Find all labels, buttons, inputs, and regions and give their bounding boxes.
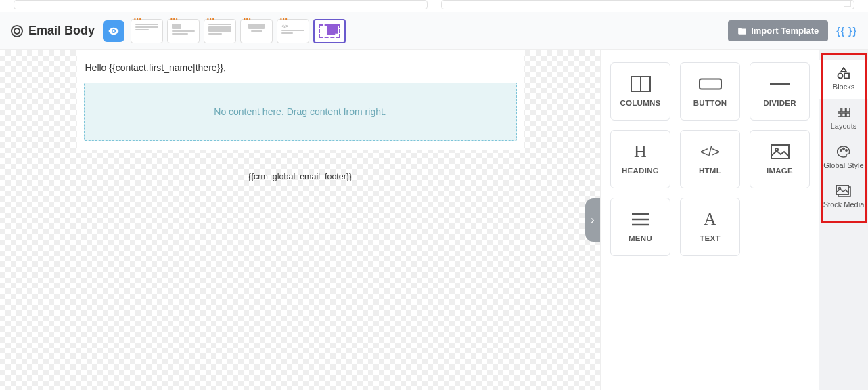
block-label: IMAGE (767, 167, 793, 175)
input-left[interactable] (14, 0, 428, 9)
columns-icon (629, 76, 652, 92)
block-label: COLUMNS (620, 99, 660, 107)
layout-option-3[interactable]: ••• (204, 19, 236, 43)
palette-icon (837, 145, 850, 158)
grid-icon (838, 106, 850, 119)
layout-option-1[interactable]: ••• (131, 19, 163, 43)
svg-rect-13 (846, 108, 850, 112)
workspace: Hello {{contact.first_name|there}}, No c… (0, 50, 868, 390)
block-image[interactable]: IMAGE (750, 130, 810, 188)
block-menu[interactable]: MENU (610, 198, 670, 256)
svg-rect-4 (771, 145, 789, 158)
block-text[interactable]: A TEXT (680, 198, 740, 256)
block-heading[interactable]: H HEADING (610, 130, 670, 188)
collapse-panel-handle[interactable]: › (585, 198, 600, 242)
svg-rect-3 (770, 83, 790, 85)
email-body-toolbar: Email Body ••• ••• ••• ••• ••• </> Impor… (0, 12, 868, 50)
divider-icon (769, 76, 792, 92)
blocks-grid: COLUMNS BUTTON DIVIDER H HEADING (601, 50, 819, 390)
heading-icon: H (629, 144, 652, 160)
svg-point-9 (838, 74, 843, 79)
tab-layouts[interactable]: Layouts (819, 99, 868, 138)
top-input-row (0, 0, 868, 12)
svg-rect-12 (842, 108, 846, 112)
block-divider[interactable]: DIVIDER (750, 62, 810, 121)
block-label: MENU (629, 234, 652, 242)
import-template-button[interactable]: Import Template (728, 20, 828, 41)
tab-global-style[interactable]: Global Style (819, 138, 868, 177)
svg-rect-16 (846, 113, 850, 117)
tab-stock-media[interactable]: Stock Media (819, 177, 868, 217)
eye-icon (108, 25, 120, 37)
svg-rect-14 (838, 113, 841, 117)
layout-option-4[interactable]: ••• (240, 19, 273, 43)
drag-dots-icon: ••• (244, 16, 251, 22)
tab-label: Blocks (833, 83, 854, 91)
svg-point-17 (840, 150, 842, 151)
text-icon: A (699, 211, 722, 228)
tab-label: Global Style (823, 161, 863, 169)
section-title: Email Body (28, 24, 95, 38)
insert-token-button[interactable]: {{ }} (836, 26, 857, 37)
drag-dots-icon: ••• (170, 16, 178, 22)
svg-rect-15 (842, 113, 846, 117)
input-right[interactable] (441, 0, 855, 9)
block-html[interactable]: </> HTML (680, 130, 740, 188)
block-label: TEXT (700, 234, 721, 242)
footer-token[interactable]: {{crm_global_email_footer}} (77, 172, 524, 195)
email-canvas[interactable]: Hello {{contact.first_name|there}}, No c… (77, 50, 524, 195)
svg-rect-11 (838, 108, 841, 112)
right-panel: COLUMNS BUTTON DIVIDER H HEADING (600, 50, 868, 390)
tab-label: Layouts (831, 122, 857, 130)
block-label: DIVIDER (763, 99, 796, 107)
input-left-addon[interactable] (407, 1, 427, 9)
side-tabs: Blocks Layouts Global Style Stock Media (819, 50, 868, 390)
preview-button[interactable] (103, 20, 124, 42)
drag-dots-icon: ••• (134, 16, 141, 22)
menu-icon (629, 211, 652, 228)
media-icon (836, 184, 851, 198)
svg-rect-2 (699, 79, 721, 89)
block-label: HTML (699, 167, 721, 175)
block-label: BUTTON (693, 99, 727, 107)
block-label: HEADING (622, 167, 659, 175)
email-content: Hello {{contact.first_name|there}}, No c… (77, 50, 524, 150)
chevron-right-icon: › (591, 214, 594, 226)
shapes-icon (837, 66, 850, 80)
tab-label: Stock Media (823, 200, 865, 209)
html-icon: </> (699, 144, 722, 160)
button-icon (699, 76, 722, 92)
svg-rect-10 (844, 74, 849, 79)
drag-dots-icon: ••• (207, 16, 214, 22)
block-button[interactable]: BUTTON (680, 62, 740, 121)
svg-rect-21 (836, 185, 848, 194)
block-columns[interactable]: COLUMNS (610, 62, 670, 121)
tab-blocks[interactable]: Blocks (819, 60, 868, 99)
settings-gear-icon[interactable] (11, 25, 23, 37)
layout-option-select[interactable] (313, 19, 346, 43)
svg-point-18 (843, 148, 844, 149)
svg-point-19 (846, 150, 847, 151)
folder-open-icon (737, 26, 747, 36)
layout-option-2[interactable]: ••• (167, 19, 200, 43)
image-icon (769, 144, 792, 160)
import-template-label: Import Template (751, 26, 819, 36)
canvas-area: Hello {{contact.first_name|there}}, No c… (0, 50, 600, 390)
greeting-text[interactable]: Hello {{contact.first_name|there}}, (84, 62, 517, 73)
layout-option-5[interactable]: ••• </> (277, 19, 309, 43)
selection-icon (319, 24, 340, 38)
content-dropzone[interactable]: No content here. Drag content from right… (84, 83, 517, 141)
drag-dots-icon: ••• (280, 16, 288, 22)
